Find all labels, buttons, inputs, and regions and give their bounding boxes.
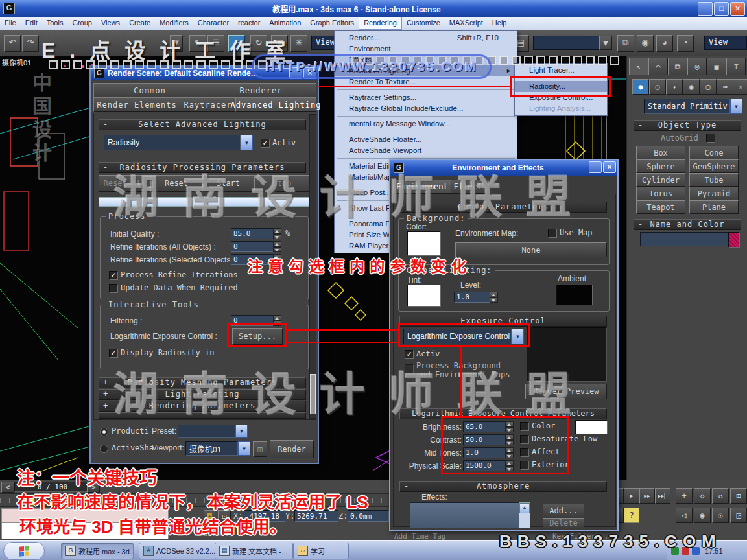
tab-utilities-icon[interactable]: ⊤ <box>726 58 746 75</box>
object-name-field[interactable] <box>640 232 731 246</box>
production-radio[interactable] <box>100 428 108 436</box>
maximize-button[interactable]: □ <box>714 2 729 16</box>
button-box[interactable]: Box <box>636 146 685 159</box>
preset-dropdown[interactable]: ----------------------- ▼ <box>178 425 248 438</box>
arc-rotate-icon[interactable]: ☉ <box>712 508 729 523</box>
activeshade-radio[interactable] <box>100 445 108 453</box>
menu-views[interactable]: Views <box>97 17 124 30</box>
go-to-end-button[interactable]: ▶▶▏ <box>655 488 670 504</box>
menu-item-environment[interactable]: Environment... <box>335 43 517 54</box>
quick-render-teapot-icon[interactable]: ◔ <box>677 35 694 52</box>
dropdown-arrow-icon[interactable]: ▼ <box>241 135 253 150</box>
menu-item-mental-ray[interactable]: mental ray Message Window... <box>335 119 517 130</box>
active-checkbox[interactable]: ✓ <box>261 139 270 148</box>
viewport-dropdown[interactable]: 摄像机01 ▼ <box>185 441 250 456</box>
tab-raytracer[interactable]: Raytracer <box>180 97 236 112</box>
minimize-button[interactable]: _ <box>698 2 713 16</box>
atmosphere-add-button[interactable]: Add... <box>543 504 584 517</box>
category-systems-icon[interactable]: ✳ <box>733 79 747 95</box>
zoom-icon[interactable]: + <box>676 488 693 504</box>
refine-all-spinner[interactable] <box>273 241 281 252</box>
menu-item-raytracer-settings[interactable]: Raytracer Settings... <box>335 92 517 103</box>
rollout-object-type[interactable]: - Object Type <box>634 120 741 131</box>
next-frame-button[interactable]: ▶▶ <box>639 488 655 504</box>
atmosphere-effects-listbox[interactable] <box>410 502 520 528</box>
viewport-lock-icon[interactable]: ◫ <box>253 441 267 457</box>
submenu-item-light-tracer[interactable]: Light Tracer... <box>515 65 607 76</box>
category-shapes-icon[interactable]: ○ <box>649 79 666 95</box>
menu-edit[interactable]: Edit <box>21 17 42 30</box>
pan-icon[interactable]: ◉ <box>694 508 711 523</box>
button-plane[interactable]: Plane <box>689 200 739 214</box>
close-button[interactable]: ✕ <box>730 2 745 16</box>
menu-graph-editors[interactable]: Graph Editors <box>305 17 359 30</box>
redo-icon[interactable]: ↷ <box>22 35 39 52</box>
menu-modifiers[interactable]: Modifiers <box>155 17 193 30</box>
advanced-lighting-plugin-dropdown[interactable]: Radiosity ▼ <box>104 135 253 150</box>
tab-render-elements[interactable]: Render Elements <box>93 97 180 112</box>
env-dialog-close-button[interactable]: ✕ <box>603 161 616 173</box>
listbox-scrollbar[interactable]: ▲ <box>519 502 530 528</box>
button-cone[interactable]: Cone <box>689 146 739 159</box>
help-mode-icon[interactable]: ? <box>624 508 639 523</box>
menu-item-render[interactable]: Render... Shift+R, F10 <box>335 32 517 43</box>
button-geosphere[interactable]: GeoSphere <box>689 159 739 173</box>
taskbar-task-notepad[interactable]: ▤ 新建 文本文档 -... <box>215 542 293 559</box>
min-max-toggle-icon[interactable]: ◲ <box>730 508 747 523</box>
field-of-view-icon[interactable]: ◁ <box>676 508 693 523</box>
align-icon[interactable]: ◉ <box>637 35 654 52</box>
display-radiosity-checkbox[interactable]: ✓ <box>109 349 118 358</box>
category-spacewarps-icon[interactable]: ≈ <box>717 79 733 95</box>
tab-display-icon[interactable]: ▣ <box>707 58 726 75</box>
rollout-select-advanced-lighting[interactable]: - Select Advanced Lighting <box>99 119 306 130</box>
category-lights-icon[interactable]: ✦ <box>666 79 683 95</box>
menu-item-raytrace-global[interactable]: Raytrace Global Include/Exclude... <box>335 103 517 114</box>
tint-swatch[interactable] <box>407 285 441 307</box>
zoom-all-icon[interactable]: ◇ <box>694 488 711 504</box>
tab-create-icon[interactable]: ↖ <box>629 58 648 75</box>
taskbar-task-acdsee[interactable]: A ACDSee 32 v2.2... <box>139 542 217 559</box>
rollout-atmosphere[interactable]: - Atmosphere <box>399 481 607 492</box>
start-button[interactable] <box>3 542 45 560</box>
undo-icon[interactable]: ↶ <box>4 35 21 52</box>
render-button[interactable]: Render <box>270 440 314 458</box>
refine-all-field[interactable]: 0 <box>231 241 276 252</box>
autogrid-checkbox[interactable] <box>706 134 715 143</box>
ambient-swatch[interactable] <box>556 285 593 305</box>
tab-advanced-lighting[interactable]: Advanced Lighting <box>235 97 316 112</box>
dropdown-arrow-icon[interactable]: ▼ <box>238 441 250 456</box>
object-color-swatch[interactable] <box>728 232 740 248</box>
submenu-item-lighting-analysis[interactable]: Lighting Analysis... <box>515 103 607 114</box>
menu-help[interactable]: Help <box>488 17 512 30</box>
background-color-swatch[interactable] <box>407 231 441 256</box>
zoom-extents-icon[interactable]: ↺ <box>712 488 729 504</box>
taskbar-task-folder[interactable]: ▱ 学习 <box>293 542 349 559</box>
named-selection-arrow-icon[interactable]: ▼ <box>599 36 612 50</box>
rollout-name-and-color[interactable]: - Name and Color <box>634 219 741 230</box>
play-button[interactable]: ▶ <box>624 488 639 504</box>
timeline-prev-button[interactable]: < <box>1 482 14 493</box>
dropdown-arrow-icon[interactable]: ▼ <box>235 425 248 438</box>
level-spinner[interactable] <box>490 292 498 303</box>
menu-maxscript[interactable]: MAXScript <box>445 17 488 30</box>
render-type-dropdown[interactable]: View <box>704 36 747 50</box>
tab-common[interactable]: Common <box>93 83 206 98</box>
named-selection-dropdown[interactable] <box>533 36 607 50</box>
dropdown-arrow-icon[interactable]: ▼ <box>730 99 742 114</box>
menu-group[interactable]: Group <box>67 17 97 30</box>
tab-modify-icon[interactable]: ⌒ <box>648 58 668 75</box>
mirror-icon[interactable]: ⧉ <box>617 35 634 52</box>
tab-motion-icon[interactable]: ◎ <box>687 58 707 75</box>
menu-item-activeshade-viewport[interactable]: ActiveShade Viewport <box>335 145 517 156</box>
object-category-dropdown[interactable]: Standard Primitiv ▼ <box>644 99 742 114</box>
environment-map-none-button[interactable]: None <box>455 242 607 257</box>
tab-hierarchy-icon[interactable]: ⧉ <box>668 58 687 75</box>
taskbar-task-3dsmax[interactable]: G 教程用.max - 3d... <box>61 542 134 559</box>
button-teapot[interactable]: Teapot <box>636 200 685 214</box>
button-torus[interactable]: Torus <box>636 187 685 200</box>
menu-reactor[interactable]: reactor <box>233 17 265 30</box>
atmosphere-delete-button[interactable]: Delete <box>543 518 584 528</box>
category-helpers-icon[interactable]: ▢ <box>700 79 717 95</box>
level-field[interactable]: 1.0 <box>454 292 493 303</box>
menu-rendering[interactable]: Rendering <box>359 17 402 30</box>
